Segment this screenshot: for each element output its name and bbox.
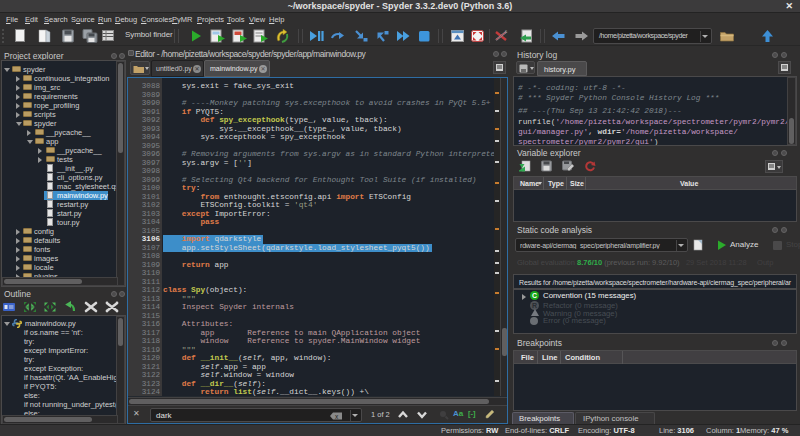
svg-text:6: 6 — [505, 29, 508, 34]
